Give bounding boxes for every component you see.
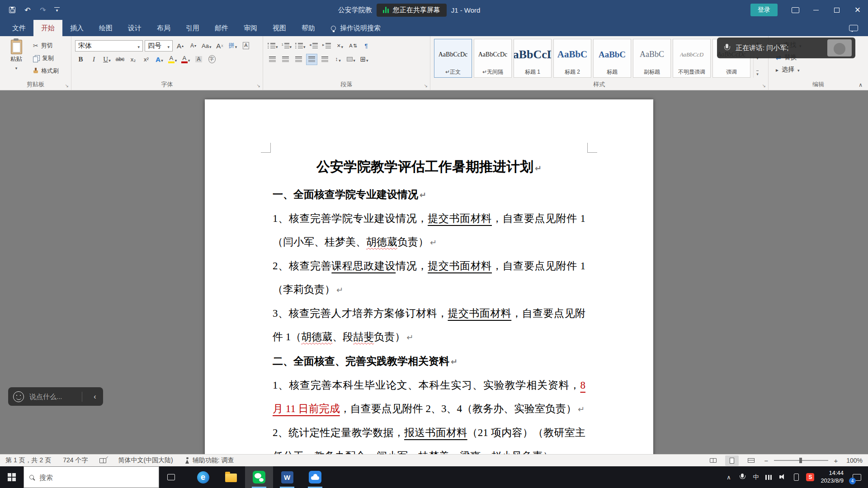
taskbar-app-edge[interactable] (189, 466, 217, 488)
asian-layout-button[interactable] (335, 40, 346, 52)
tab-审阅[interactable]: 审阅 (236, 20, 265, 36)
enclose-characters-button[interactable] (206, 54, 217, 65)
italic-button[interactable] (88, 54, 99, 65)
web-layout-button[interactable] (744, 455, 758, 466)
font-name-combo[interactable]: 宋体 (75, 40, 143, 52)
notification-center-button[interactable]: 4 (850, 470, 863, 484)
hidden-icons-icon[interactable] (725, 473, 732, 482)
strikethrough-button[interactable] (114, 54, 126, 65)
shading-button[interactable] (345, 54, 357, 65)
style-item[interactable]: AaBbC副标题 (633, 39, 671, 78)
tell-me-search[interactable]: 操作说明搜索 (323, 20, 389, 36)
bold-button[interactable] (75, 54, 86, 65)
dialog-launcher-icon[interactable] (257, 83, 260, 88)
underline-button[interactable] (101, 54, 113, 65)
taskbar-app-wechat[interactable] (245, 466, 273, 488)
tab-邮件[interactable]: 邮件 (207, 20, 236, 36)
increase-indent-button[interactable] (321, 40, 333, 52)
character-shading-button[interactable] (193, 54, 204, 65)
paragraph[interactable]: 二、全面核查、完善实践教学相关资料↵ (273, 349, 585, 374)
volume-icon[interactable] (779, 473, 787, 482)
select-button[interactable]: 选择 (776, 63, 864, 75)
tab-插入[interactable]: 插入 (62, 20, 91, 36)
tab-引用[interactable]: 引用 (178, 20, 207, 36)
tab-开始[interactable]: 开始 (33, 20, 62, 36)
page-indicator[interactable]: 第 1 页，共 2 页 (5, 456, 51, 465)
paragraph[interactable]: 2、统计定性定量教学数据，报送书面材料（21 项内容）（教研室主任分工、教务办配… (273, 421, 585, 454)
print-layout-button[interactable] (725, 455, 739, 466)
borders-button[interactable] (359, 54, 370, 65)
decrease-indent-button[interactable] (308, 40, 320, 52)
copy-button[interactable]: 复制 (32, 52, 60, 64)
paragraph[interactable]: 3、核查完善人才培养方案修订材料，提交书面材料，自查要点见附件 1（胡德葳、段喆… (273, 302, 585, 349)
dialog-launcher-icon[interactable] (424, 83, 428, 88)
style-item[interactable]: AaBbCcDc↵正文 (434, 39, 472, 78)
phonetic-guide-button[interactable] (227, 40, 238, 52)
taskbar-app-file-explorer[interactable] (217, 466, 245, 488)
ime-chinese-icon[interactable] (752, 473, 760, 482)
network-icon[interactable] (765, 475, 773, 480)
show-hide-marks-button[interactable] (361, 40, 372, 52)
page[interactable]: 公安学院教学评估工作暑期推进计划↵一、全面核查学院专业建设情况↵1、核查完善学院… (205, 99, 653, 454)
redo-icon[interactable] (39, 6, 47, 14)
signin-button[interactable]: 登录 (750, 4, 778, 16)
taskbar-search[interactable] (24, 466, 159, 488)
font-color-button[interactable] (180, 54, 191, 65)
zoom-in-button[interactable]: + (833, 457, 839, 465)
task-view-button[interactable] (159, 466, 183, 488)
highlight-color-button[interactable] (167, 54, 178, 65)
style-item[interactable]: AaBbC标题 2 (553, 39, 591, 78)
accessibility-status[interactable]: 辅助功能: 调查 (185, 456, 234, 465)
sort-button[interactable] (348, 40, 359, 52)
paragraph[interactable]: 1、核查完善本科生毕业论文、本科生实习、实验教学相关资料，8 月 11 日前完成… (273, 374, 585, 421)
start-button[interactable] (0, 466, 24, 488)
cut-button[interactable]: 剪切 (32, 40, 60, 51)
taskbar-app-word[interactable] (273, 466, 301, 488)
zoom-level[interactable]: 100% (844, 457, 863, 464)
align-left-button[interactable] (267, 54, 278, 65)
format-painter-button[interactable]: 格式刷 (32, 65, 60, 76)
line-spacing-button[interactable] (332, 54, 344, 65)
phone-link-icon[interactable] (793, 473, 800, 482)
zoom-slider-thumb[interactable] (799, 458, 802, 463)
ribbon-display-options-button[interactable] (785, 0, 806, 20)
font-size-combo[interactable]: 四号 (145, 40, 173, 52)
tab-帮助[interactable]: 帮助 (294, 20, 323, 36)
align-right-button[interactable] (293, 54, 304, 65)
minimize-button[interactable] (806, 0, 826, 20)
proofing-status[interactable] (99, 458, 106, 463)
paragraph[interactable]: 一、全面核查学院专业建设情况↵ (273, 183, 585, 207)
dialog-launcher-icon[interactable] (65, 83, 69, 88)
clock[interactable]: 14:44 2023/8/9 (821, 469, 844, 485)
justify-button[interactable] (306, 54, 317, 65)
customize-quick-access-icon[interactable] (54, 7, 60, 13)
collapse-chat-icon[interactable] (87, 393, 103, 401)
zoom-out-button[interactable]: − (763, 457, 769, 465)
distribute-button[interactable] (319, 54, 330, 65)
tab-布局[interactable]: 布局 (149, 20, 178, 36)
style-item[interactable]: AaBbC标题 (593, 39, 631, 78)
language-indicator[interactable]: 简体中文(中国大陆) (118, 456, 173, 465)
save-icon[interactable] (8, 6, 16, 14)
paste-button[interactable]: 粘贴 (4, 39, 29, 76)
style-item[interactable]: AaBbCcD不明显强调 (673, 39, 711, 78)
character-border-button[interactable] (240, 40, 251, 52)
tab-设计[interactable]: 设计 (120, 20, 149, 36)
numbering-button[interactable] (281, 40, 293, 52)
taskbar-app-cloud-docs[interactable] (301, 466, 329, 488)
chat-input[interactable] (28, 392, 77, 401)
dialog-launcher-icon[interactable] (762, 83, 766, 88)
microphone-icon[interactable] (738, 473, 746, 482)
search-input[interactable] (38, 473, 138, 482)
superscript-button[interactable] (141, 54, 152, 65)
shrink-font-button[interactable] (188, 40, 199, 52)
collapse-ribbon-icon[interactable] (859, 82, 863, 88)
style-item[interactable]: AaBbCcDc↵无间隔 (474, 39, 512, 78)
paragraph[interactable]: 2、核查完善课程思政建设情况，提交书面材料，自查要点见附件 1（李莉负责）↵ (273, 254, 585, 302)
tab-绘图[interactable]: 绘图 (91, 20, 120, 36)
subscript-button[interactable] (127, 54, 139, 65)
comments-button[interactable] (839, 20, 868, 36)
paragraph[interactable]: 1、核查完善学院专业建设情况，提交书面材料，自查要点见附件 1（闫小军、桂梦美、… (273, 207, 585, 254)
close-button[interactable] (847, 0, 868, 20)
grow-font-button[interactable] (175, 40, 186, 52)
